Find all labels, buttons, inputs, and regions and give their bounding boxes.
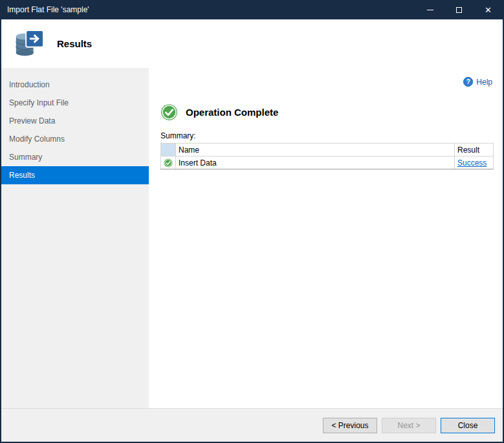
results-content: ? Help Operation Complete Summary: (149, 68, 503, 408)
status-title: Operation Complete (186, 107, 278, 118)
sidebar-item-preview-data[interactable]: Preview Data (1, 112, 149, 130)
name-column-header: Name (176, 144, 455, 157)
help-link[interactable]: ? Help (463, 77, 492, 87)
import-flat-file-icon (12, 29, 45, 59)
help-label: Help (476, 78, 492, 87)
success-check-icon (160, 103, 178, 121)
sidebar-item-introduction[interactable]: Introduction (1, 76, 149, 94)
close-button[interactable]: ✕ (474, 0, 503, 19)
table-row: Insert Data Success (161, 157, 494, 169)
success-result-link[interactable]: Success (457, 158, 487, 167)
wizard-footer: < Previous Next > Close (1, 408, 503, 442)
wizard-steps-sidebar: Introduction Specify Input File Preview … (1, 68, 149, 408)
status-column-header (161, 144, 176, 157)
window-title: Import Flat File 'sample' (1, 5, 415, 14)
wizard-window: Import Flat File 'sample' ✕ Results In (0, 0, 504, 443)
summary-label: Summary: (160, 131, 494, 140)
close-wizard-button[interactable]: Close (441, 418, 495, 433)
page-title: Results (57, 38, 92, 49)
minimize-button[interactable] (415, 0, 444, 19)
sidebar-item-specify-input-file[interactable]: Specify Input File (1, 94, 149, 112)
help-icon: ? (463, 77, 473, 87)
next-button: Next > (382, 418, 436, 433)
sidebar-item-results[interactable]: Results (1, 166, 149, 184)
title-bar: Import Flat File 'sample' ✕ (1, 0, 503, 19)
row-result-cell: Success (455, 157, 494, 169)
row-status-cell (161, 157, 176, 169)
previous-button[interactable]: < Previous (323, 418, 377, 433)
summary-table: Name Result (160, 143, 494, 169)
sidebar-item-summary[interactable]: Summary (1, 148, 149, 166)
page-header: Results (1, 19, 503, 68)
operation-complete-banner: Operation Complete (160, 103, 494, 121)
window-controls: ✕ (415, 0, 503, 19)
close-icon: ✕ (485, 5, 492, 15)
summary-table-header-row: Name Result (161, 144, 494, 157)
maximize-button[interactable] (444, 0, 474, 19)
minimize-icon (427, 10, 433, 10)
row-success-check-icon (164, 158, 173, 167)
result-column-header: Result (455, 144, 494, 157)
maximize-icon (456, 7, 462, 13)
wizard-body: Introduction Specify Input File Preview … (1, 68, 503, 408)
row-name-cell: Insert Data (176, 157, 455, 169)
sidebar-item-modify-columns[interactable]: Modify Columns (1, 130, 149, 148)
